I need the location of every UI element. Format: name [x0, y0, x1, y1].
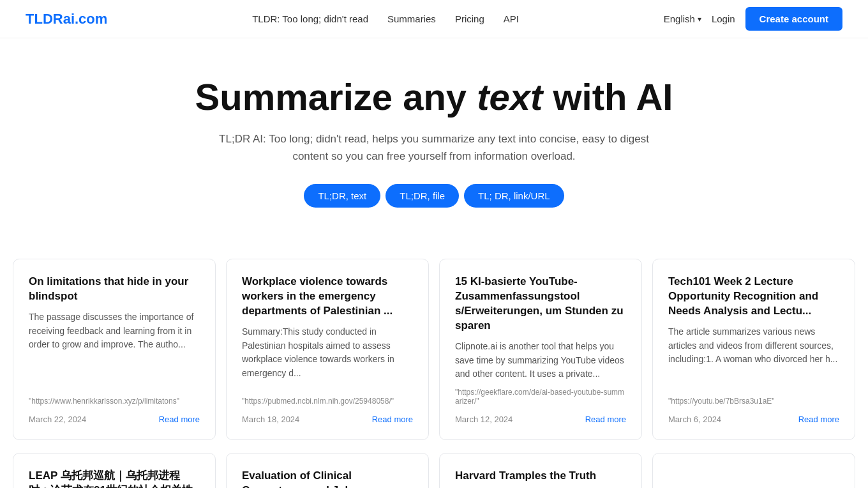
list-item[interactable]: Tech101 Week 2 Lecture Opportunity Recog…: [652, 259, 855, 440]
card-date: March 12, 2024: [455, 415, 513, 424]
card-title: 15 KI-basierte YouTube-Zusammenfassungst…: [455, 275, 626, 333]
read-more-link[interactable]: Read more: [372, 415, 413, 424]
card-footer: March 18, 2024 Read more: [242, 415, 413, 424]
nav-right: English ▾ Login Create account: [664, 7, 842, 31]
list-item[interactable]: LEAP 乌托邦巡航｜乌托邦进程时：论艺术在21世纪的社会相关性 1. The …: [13, 453, 216, 488]
language-selector[interactable]: English ▾: [664, 13, 701, 24]
list-item[interactable]: 15 KI-basierte YouTube-Zusammenfassungst…: [439, 259, 642, 440]
cards-grid-row2: LEAP 乌托邦巡航｜乌托邦进程时：论艺术在21世纪的社会相关性 1. The …: [0, 453, 868, 488]
card-footer: March 22, 2024 Read more: [29, 415, 200, 424]
hero-title-highlight: text: [477, 76, 542, 118]
card-title: Harvard Tramples the Truth: [455, 469, 626, 484]
tab-text-button[interactable]: TL;DR, text: [304, 184, 380, 208]
card-date: March 22, 2024: [29, 415, 86, 424]
login-button[interactable]: Login: [712, 13, 735, 24]
hero-subtitle: TL;DR AI: Too long; didn't read, helps y…: [217, 130, 651, 165]
list-item[interactable]: Evaluation of Clinical Competence and Jo…: [226, 453, 429, 488]
nav-link-api[interactable]: API: [504, 13, 519, 24]
tab-url-button[interactable]: TL; DR, link/URL: [464, 184, 564, 208]
nav-link-tldr[interactable]: TLDR: Too long; didn't read: [252, 13, 368, 24]
hero-section: Summarize any text with AI TL;DR AI: Too…: [0, 38, 868, 259]
card-date: March 18, 2024: [242, 415, 299, 424]
card-excerpt: Summary:This study conducted in Palestin…: [242, 325, 413, 390]
card-excerpt: The article summarizes various news arti…: [668, 325, 839, 390]
hero-title-start: Summarize any: [195, 76, 477, 118]
card-url: "https://geekflare.com/de/ai-based-youtu…: [455, 388, 626, 406]
cards-grid-row1: On limitations that hide in your blindsp…: [0, 259, 868, 453]
card-date: March 6, 2024: [668, 415, 721, 424]
list-item[interactable]: Harvard Tramples the Truth In this artic…: [439, 453, 642, 488]
site-logo[interactable]: TLDRai.com: [26, 11, 107, 27]
tab-file-button[interactable]: TL;DR, file: [385, 184, 459, 208]
chevron-down-icon: ▾: [698, 15, 701, 24]
nav-links: TLDR: Too long; didn't read Summaries Pr…: [252, 13, 519, 24]
card-excerpt: [668, 475, 839, 488]
hero-title-end: with AI: [542, 76, 673, 118]
read-more-link[interactable]: Read more: [798, 415, 839, 424]
create-account-button[interactable]: Create account: [745, 7, 842, 31]
card-url: "https://www.henrikkarlsson.xyz/p/limita…: [29, 397, 200, 406]
hero-tabs: TL;DR, text TL;DR, file TL; DR, link/URL: [13, 184, 855, 208]
list-item[interactable]: Workplace violence towards workers in th…: [226, 259, 429, 440]
navbar: TLDRai.com TLDR: Too long; didn't read S…: [0, 0, 868, 38]
list-item[interactable]: [652, 453, 855, 488]
card-title: Evaluation of Clinical Competence and Jo…: [242, 469, 413, 488]
card-title: On limitations that hide in your blindsp…: [29, 275, 200, 304]
hero-title: Summarize any text with AI: [179, 77, 689, 118]
nav-link-summaries[interactable]: Summaries: [387, 13, 436, 24]
card-title: Workplace violence towards workers in th…: [242, 275, 413, 319]
read-more-link[interactable]: Read more: [585, 415, 626, 424]
card-footer: March 12, 2024 Read more: [455, 415, 626, 424]
card-url: "https://pubmed.ncbi.nlm.nih.gov/2594805…: [242, 397, 413, 406]
card-excerpt: Clipnote.ai is another tool that helps y…: [455, 340, 626, 381]
nav-link-pricing[interactable]: Pricing: [455, 13, 484, 24]
card-excerpt: The passage discusses the importance of …: [29, 310, 200, 390]
card-title: LEAP 乌托邦巡航｜乌托邦进程时：论艺术在21世纪的社会相关性: [29, 469, 200, 488]
card-footer: March 6, 2024 Read more: [668, 415, 839, 424]
list-item[interactable]: On limitations that hide in your blindsp…: [13, 259, 216, 440]
card-title: Tech101 Week 2 Lecture Opportunity Recog…: [668, 275, 839, 319]
read-more-link[interactable]: Read more: [159, 415, 200, 424]
card-url: "https://youtu.be/7bBrsa3u1aE": [668, 397, 839, 406]
